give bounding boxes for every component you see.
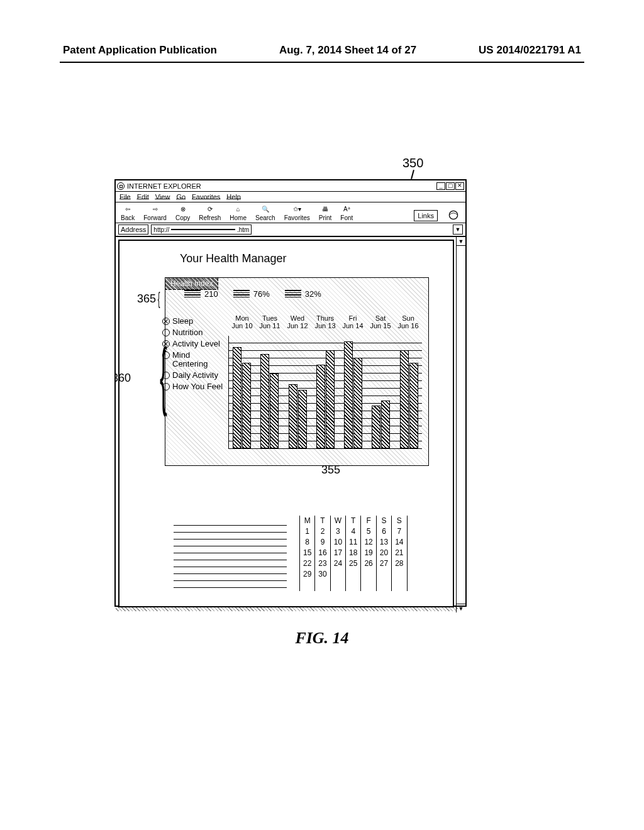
metric-3: 32%: [285, 289, 321, 299]
address-label: Address: [118, 224, 148, 235]
favorites-button[interactable]: ✩▾Favorites: [284, 204, 310, 221]
calendar-col[interactable]: T4111825: [346, 516, 361, 591]
day-header-col: SatJun 15: [367, 314, 394, 333]
header-rule: [60, 62, 584, 63]
calendar-col[interactable]: M18152229: [299, 516, 315, 591]
refresh-icon: ⟳: [204, 204, 216, 213]
lower-row: M18152229T29162330W3101724T4111825F51219…: [174, 516, 424, 591]
radio-icon: [162, 351, 170, 359]
chart-header: MonJun 10TuesJun 11WedJun 12ThursJun 13F…: [228, 314, 422, 333]
links-button[interactable]: Links: [414, 210, 438, 221]
search-button[interactable]: 🔍Search: [255, 204, 275, 221]
callout-350: 350: [402, 156, 423, 170]
calendar-col[interactable]: F5121926: [361, 516, 376, 591]
radio-icon: [162, 340, 170, 348]
calendar-col[interactable]: T29162330: [315, 516, 330, 591]
maximize-button[interactable]: ▢: [446, 182, 455, 190]
print-icon: 🖶: [319, 204, 331, 213]
radio-icon: [162, 329, 170, 336]
minimize-button[interactable]: _: [436, 182, 445, 190]
toolbar: ⇦Back ⇨Forward ⊗Copy ⟳Refresh ⌂Home 🔍Sea…: [116, 202, 465, 223]
day-header-col: TuesJun 11: [256, 314, 284, 333]
metric-2: 76%: [233, 289, 270, 299]
menu-bar: File Edit View Go Favorites Help: [116, 192, 465, 202]
pub-number: US 2014/0221791 A1: [479, 44, 581, 57]
calendar-col[interactable]: W3101724: [331, 516, 346, 591]
category-how-you-feel[interactable]: How You Feel: [162, 382, 226, 391]
page-title: Your Health Manager: [180, 252, 436, 265]
notes-area[interactable]: [174, 519, 287, 588]
title-bar: INTERNET EXPLORER _ ▢ ✕: [116, 180, 465, 192]
bars-icon: [233, 290, 250, 299]
day-header-col: WedJun 12: [284, 314, 311, 333]
menu-file[interactable]: File: [119, 193, 131, 201]
day-header-col: SunJun 16: [394, 314, 422, 333]
bar-pair: [233, 347, 251, 449]
category-mind-centering[interactable]: Mind Centering: [162, 351, 226, 368]
page-header: Patent Application Publication Aug. 7, 2…: [0, 0, 644, 62]
redacted-url: [171, 229, 235, 230]
menu-view[interactable]: View: [155, 193, 170, 201]
address-dropdown[interactable]: ▼: [453, 224, 463, 235]
calendar-col[interactable]: S6132027: [377, 516, 392, 591]
metric-1: 210: [184, 289, 218, 299]
callout-350-leader: [411, 170, 414, 179]
menu-help[interactable]: Help: [226, 193, 241, 201]
close-button[interactable]: ✕: [455, 182, 464, 190]
bar-pair: [260, 354, 279, 448]
radio-icon: [162, 318, 170, 325]
menu-edit[interactable]: Edit: [137, 193, 149, 201]
figure-caption: FIG. 14: [0, 629, 644, 648]
font-icon: Aᵃ: [341, 204, 352, 213]
ie-icon: [117, 182, 125, 190]
callout-355: 355: [321, 463, 340, 477]
menu-favorites[interactable]: Favorites: [192, 193, 220, 201]
day-header-col: MonJun 10: [228, 314, 256, 333]
browser-viewport: ▼ ▼ Your Health Manager 365{ 360 { Healt…: [116, 236, 465, 612]
address-input[interactable]: http:// .htm: [151, 224, 252, 235]
category-sleep[interactable]: Sleep: [162, 317, 226, 326]
scroll-down-icon[interactable]: ▼: [457, 604, 465, 612]
callout-360: 360: [116, 372, 131, 385]
calendar[interactable]: M18152229T29162330W3101724T4111825F51219…: [299, 516, 408, 591]
category-nutrition[interactable]: Nutrition: [162, 328, 226, 337]
bar-pair: [316, 350, 335, 448]
arrow-left-icon: ⇦: [122, 204, 133, 213]
scroll-up-icon[interactable]: ▼: [457, 237, 465, 246]
browser-window: INTERNET EXPLORER _ ▢ ✕ File Edit View G…: [114, 179, 467, 607]
ie-logo-icon: [447, 209, 460, 221]
home-button[interactable]: ⌂Home: [230, 204, 247, 221]
category-activity-level[interactable]: Activity Level: [162, 340, 226, 348]
star-icon: ✩▾: [291, 204, 303, 213]
chart-bars: [228, 336, 422, 449]
bar-pair: [372, 401, 390, 449]
calendar-col[interactable]: S7142128: [392, 516, 407, 591]
sheet-label: Aug. 7, 2014 Sheet 14 of 27: [279, 44, 416, 57]
window-title: INTERNET EXPLORER: [127, 182, 201, 190]
stop-icon: ⊗: [177, 204, 189, 213]
bars-icon: [184, 290, 201, 299]
menu-go[interactable]: Go: [176, 193, 186, 201]
home-icon: ⌂: [233, 204, 244, 213]
font-button[interactable]: AᵃFont: [340, 204, 353, 221]
metrics-row: 210 76% 32%: [184, 289, 422, 299]
refresh-button[interactable]: ⟳Refresh: [199, 204, 221, 221]
address-bar: Address http:// .htm ▼: [116, 223, 465, 236]
health-chart: MonJun 10TuesJun 11WedJun 12ThursJun 13F…: [228, 314, 422, 459]
arrow-right-icon: ⇨: [150, 204, 161, 213]
category-list: Sleep Nutrition Activity Level Mind Cent…: [162, 317, 226, 394]
radio-icon: [162, 372, 170, 379]
bar-pair: [400, 350, 418, 448]
back-button[interactable]: ⇦Back: [121, 204, 135, 221]
copy-button[interactable]: ⊗Copy: [175, 204, 190, 221]
category-daily-activity[interactable]: Daily Activity: [162, 371, 226, 380]
forward-button[interactable]: ⇨Forward: [143, 204, 167, 221]
print-button[interactable]: 🖶Print: [319, 204, 332, 221]
search-icon: 🔍: [260, 204, 271, 213]
day-header-col: ThursJun 13: [311, 314, 339, 333]
bar-pair: [289, 384, 307, 448]
scrollbar[interactable]: ▼ ▼: [456, 237, 465, 612]
callout-365: 365{: [137, 289, 162, 309]
svg-point-0: [449, 211, 457, 219]
bar-pair: [344, 341, 362, 448]
